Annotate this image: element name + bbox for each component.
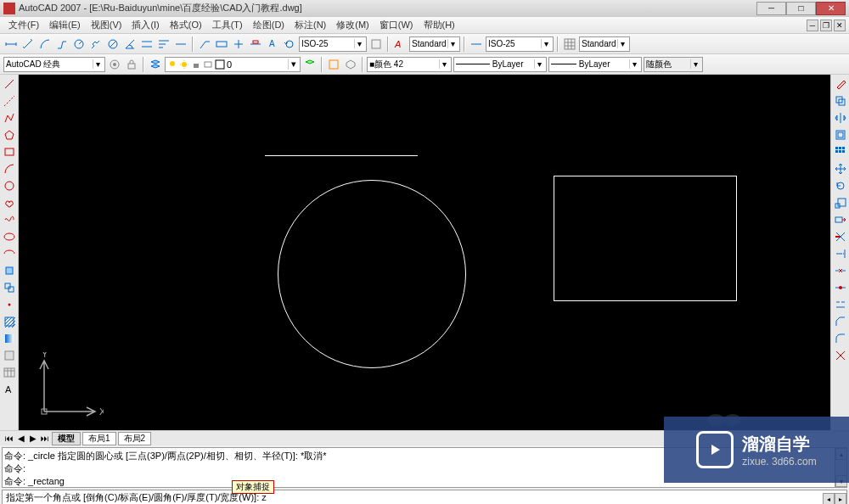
menu-tools[interactable]: 工具(T) [207,17,248,33]
dim-style-button[interactable] [368,36,384,52]
dim-style-combo-2[interactable]: ISO-25▾ [486,36,554,52]
break-at-point-icon[interactable] [833,280,848,295]
toolbar-lock-icon[interactable] [124,57,139,72]
layer-states-icon[interactable] [326,57,341,72]
scroll-left-icon[interactable]: ◂ [823,493,835,504]
text-style-icon[interactable]: A [392,36,408,52]
insert-block-icon[interactable] [2,263,17,278]
table-tool-icon[interactable] [2,365,17,380]
layer-previous-icon[interactable] [302,57,318,72]
maximize-button[interactable]: □ [786,2,816,15]
dim-continue-icon[interactable] [173,36,188,52]
plotstyle-combo[interactable]: 随颜色▾ [644,57,703,72]
rotate-tool-icon[interactable] [833,178,848,193]
dim-baseline-icon[interactable] [156,36,171,52]
lineweight-combo[interactable]: ByLayer▾ [548,57,642,72]
dim-jogged-icon[interactable] [88,36,104,52]
tab-layout2[interactable]: 布局2 [118,432,152,445]
chamfer-tool-icon[interactable] [833,314,848,329]
polyline-tool-icon[interactable] [2,110,17,126]
arc-tool-icon[interactable] [2,161,17,176]
dim-angular-icon[interactable] [122,36,138,52]
dropdown-icon[interactable]: ▾ [617,39,627,48]
menu-window[interactable]: 窗口(W) [374,17,419,33]
point-tool-icon[interactable] [2,297,17,312]
drawing-canvas[interactable]: X Y [19,75,830,430]
workspace-settings-icon[interactable] [107,57,122,72]
line-tool-icon[interactable] [2,76,17,92]
dropdown-icon[interactable]: ▾ [541,39,551,48]
tab-next-icon[interactable]: ▶ [27,433,39,445]
command-input-area[interactable]: 指定第一个角点或 [倒角(C)/标高(E)/圆角(F)/厚度(T)/宽度(W)]… [2,490,847,504]
dropdown-icon[interactable]: ▾ [447,39,458,48]
menu-edit[interactable]: 编辑(E) [44,17,86,33]
hatch-tool-icon[interactable] [2,314,17,329]
array-tool-icon[interactable] [833,144,848,160]
dim-linear-icon[interactable] [3,36,19,52]
minimize-button[interactable]: ─ [756,2,786,15]
gradient-tool-icon[interactable] [2,331,17,346]
make-block-icon[interactable] [2,280,17,295]
dropdown-icon[interactable]: ▾ [439,59,449,69]
workspace-combo[interactable]: AutoCAD 经典▾ [3,57,105,72]
layer-manager-icon[interactable] [148,57,163,72]
rectangle-tool-icon[interactable] [2,144,17,160]
table-style-combo[interactable]: Standard▾ [579,36,630,52]
explode-tool-icon[interactable] [833,348,848,363]
linetype-combo[interactable]: ByLayer▾ [453,57,547,72]
tab-layout1[interactable]: 布局1 [82,432,116,445]
menu-dimension[interactable]: 标注(N) [290,17,331,33]
break-tool-icon[interactable] [833,263,848,278]
menu-help[interactable]: 帮助(H) [419,17,460,33]
table-style-icon[interactable] [562,36,577,52]
menu-insert[interactable]: 插入(I) [127,17,164,33]
layer-walk-icon[interactable] [343,57,358,72]
dropdown-icon[interactable]: ▾ [288,59,298,70]
menu-draw[interactable]: 绘图(D) [248,17,290,33]
tab-prev-icon[interactable]: ◀ [15,433,27,445]
region-tool-icon[interactable] [2,348,17,363]
dim-aligned-icon[interactable] [20,36,36,52]
scroll-right-icon[interactable]: ▸ [835,493,846,504]
dim-tedit-icon[interactable]: A [265,36,280,52]
menu-view[interactable]: 视图(V) [86,17,127,33]
tab-last-icon[interactable]: ⏭ [39,433,51,445]
doc-minimize-button[interactable]: ─ [807,20,818,31]
move-tool-icon[interactable] [833,161,848,176]
dim-center-icon[interactable] [231,36,246,52]
trim-tool-icon[interactable] [833,229,848,244]
tab-first-icon[interactable]: ⏮ [3,433,15,445]
dim-tolerance-icon[interactable] [214,36,229,52]
menu-modify[interactable]: 修改(M) [331,17,374,33]
layer-combo[interactable]: 0 ▾ [165,57,301,72]
menu-file[interactable]: 文件(F) [3,17,44,33]
dropdown-icon[interactable]: ▾ [354,39,364,48]
copy-tool-icon[interactable] [833,93,848,109]
menu-format[interactable]: 格式(O) [165,17,207,33]
doc-close-button[interactable]: ✕ [834,20,846,31]
ellipse-tool-icon[interactable] [2,229,17,244]
dim-edit-icon[interactable] [248,36,263,52]
dim-arc-icon[interactable] [37,36,53,52]
extend-tool-icon[interactable] [833,246,848,261]
dim-ordinate-icon[interactable] [54,36,70,52]
ellipse-arc-tool-icon[interactable] [2,246,17,261]
close-button[interactable]: ✕ [816,2,846,15]
dropdown-icon[interactable]: ▾ [690,59,700,69]
revcloud-tool-icon[interactable] [2,195,17,210]
dim-leader-icon[interactable] [197,36,212,52]
dim-radius-icon[interactable] [71,36,87,52]
dim-diameter-icon[interactable] [105,36,121,52]
doc-restore-button[interactable]: ❐ [820,20,832,31]
stretch-tool-icon[interactable] [833,212,848,227]
scale-tool-icon[interactable] [833,195,848,210]
dropdown-icon[interactable]: ▾ [629,59,639,69]
color-combo[interactable]: ■颜色 42▾ [367,57,452,72]
dim-style-combo-1[interactable]: ISO-25▾ [299,36,367,52]
dim-style-icon2[interactable] [469,36,484,52]
mirror-tool-icon[interactable] [833,110,848,126]
mtext-tool-icon[interactable]: A [2,382,17,397]
dim-update-icon[interactable] [282,36,297,52]
dropdown-icon[interactable]: ▾ [93,59,103,69]
tab-model[interactable]: 模型 [52,432,81,445]
